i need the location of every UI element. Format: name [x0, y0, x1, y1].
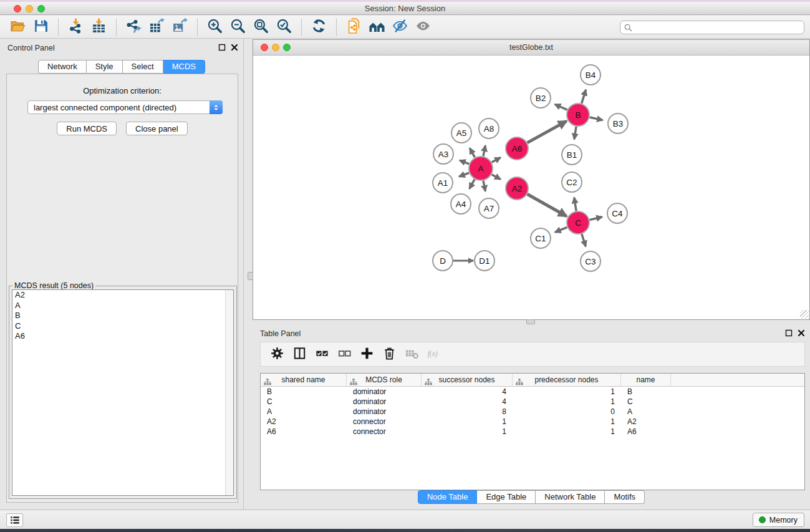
- export-network-button[interactable]: [122, 17, 145, 37]
- tab-edge-table[interactable]: Edge Table: [477, 490, 536, 504]
- table-cell[interactable]: C: [261, 397, 347, 407]
- graph-node-C1[interactable]: C1: [531, 228, 551, 248]
- table-cell[interactable]: 8: [422, 407, 513, 417]
- tab-style[interactable]: Style: [87, 60, 123, 74]
- open-session-button[interactable]: [6, 17, 29, 37]
- graph-edge-C-C1[interactable]: [555, 227, 567, 232]
- graph-edge-A-A3[interactable]: [460, 160, 469, 164]
- memory-button[interactable]: Memory: [753, 513, 804, 527]
- close-table-panel-icon[interactable]: [798, 329, 805, 337]
- column-header-successor-nodes[interactable]: successor nodes: [422, 374, 513, 387]
- graph-node-A[interactable]: A: [469, 157, 493, 180]
- tab-network-table[interactable]: Network Table: [536, 490, 605, 504]
- graph-node-B4[interactable]: B4: [581, 65, 600, 85]
- network-canvas[interactable]: B4B2BB3A8A5A6A3B1AC2A1A2A4A7C4CC1C3DD1: [253, 56, 809, 319]
- graph-edge-B-B2[interactable]: [555, 104, 567, 110]
- graph-edge-A-A4[interactable]: [470, 179, 475, 188]
- column-header-MCDS-role[interactable]: MCDS role: [347, 374, 422, 387]
- import-network-button[interactable]: [64, 17, 87, 37]
- tab-network[interactable]: Network: [38, 60, 87, 74]
- graph-node-C[interactable]: C: [567, 211, 589, 234]
- table-cell[interactable]: A: [621, 407, 671, 417]
- table-cell[interactable]: dominator: [347, 387, 422, 397]
- table-cell[interactable]: 1: [422, 427, 513, 437]
- table-cell[interactable]: 1: [513, 427, 621, 437]
- tab-motifs[interactable]: Motifs: [605, 490, 645, 504]
- table-row[interactable]: A6connector11A6: [261, 427, 804, 437]
- task-history-button[interactable]: [6, 513, 23, 527]
- create-column-button[interactable]: [355, 344, 378, 364]
- zoom-selected-button[interactable]: [272, 17, 296, 37]
- graph-edge-A2-C[interactable]: [528, 194, 567, 216]
- float-panel-icon[interactable]: [218, 44, 226, 51]
- mcds-result-item[interactable]: A: [12, 301, 233, 311]
- table-options-button[interactable]: [266, 344, 288, 364]
- mcds-result-item[interactable]: C: [12, 321, 233, 332]
- table-cell[interactable]: 1: [513, 387, 621, 397]
- column-header-name[interactable]: name: [621, 374, 671, 387]
- apply-preferred-layout-button[interactable]: [307, 17, 330, 37]
- tab-select[interactable]: Select: [123, 60, 163, 74]
- table-cell[interactable]: A2: [261, 417, 347, 427]
- table-cell[interactable]: B: [621, 387, 671, 397]
- table-cell[interactable]: connector: [347, 417, 422, 427]
- table-row[interactable]: A2connector11A2: [261, 417, 804, 427]
- table-row[interactable]: Adominator80A: [261, 407, 804, 417]
- horizontal-splitter-grip[interactable]: [526, 319, 535, 324]
- table-row[interactable]: Bdominator41B: [261, 387, 804, 397]
- save-session-button[interactable]: [29, 17, 52, 37]
- graph-node-A3[interactable]: A3: [433, 144, 453, 164]
- graph-edge-C-C4[interactable]: [589, 217, 602, 220]
- graph-edge-A6-B[interactable]: [528, 121, 567, 143]
- graph-node-D1[interactable]: D1: [475, 251, 494, 271]
- graph-node-B3[interactable]: B3: [608, 114, 628, 133]
- graph-edge-B-B3[interactable]: [590, 117, 603, 120]
- table-cell[interactable]: connector: [347, 427, 422, 437]
- graph-node-B[interactable]: B: [567, 104, 589, 126]
- result-list-scrollbar[interactable]: [225, 290, 233, 495]
- table-cell[interactable]: 1: [513, 417, 621, 427]
- deselect-all-rows-button[interactable]: [333, 344, 355, 364]
- mcds-result-item[interactable]: B: [12, 311, 233, 321]
- graph-node-B1[interactable]: B1: [562, 145, 582, 165]
- graph-node-C2[interactable]: C2: [562, 172, 582, 192]
- vertical-splitter-grip[interactable]: [248, 272, 253, 280]
- mcds-result-item[interactable]: A6: [12, 331, 233, 342]
- tab-node-table[interactable]: Node Table: [418, 490, 478, 504]
- graph-edge-A-A7[interactable]: [483, 181, 485, 191]
- graph-node-B2[interactable]: B2: [531, 88, 551, 108]
- graph-node-A8[interactable]: A8: [479, 118, 499, 138]
- search-field[interactable]: [620, 21, 804, 34]
- table-cell[interactable]: 1: [422, 417, 513, 427]
- table-cell[interactable]: dominator: [347, 397, 422, 407]
- tab-mcds[interactable]: MCDS: [163, 60, 205, 74]
- graph-node-A5[interactable]: A5: [451, 123, 471, 143]
- table-cell[interactable]: 4: [422, 397, 513, 407]
- graph-node-C4[interactable]: C4: [607, 203, 627, 223]
- column-header-shared-name[interactable]: shared name: [261, 374, 347, 387]
- graph-node-D[interactable]: D: [433, 251, 453, 271]
- run-mcds-button[interactable]: Run MCDS: [57, 122, 117, 135]
- close-panel-button[interactable]: Close panel: [126, 122, 188, 135]
- table-cell[interactable]: A2: [621, 417, 671, 427]
- import-table-button[interactable]: [87, 17, 110, 37]
- graph-edge-A-A5[interactable]: [470, 148, 475, 158]
- graph-edge-A-A1[interactable]: [459, 173, 469, 177]
- float-table-panel-icon[interactable]: [785, 329, 793, 337]
- graph-node-A6[interactable]: A6: [506, 137, 528, 160]
- zoom-in-button[interactable]: [203, 17, 226, 37]
- graph-node-A7[interactable]: A7: [479, 198, 499, 218]
- graph-edge-A-A2[interactable]: [492, 175, 501, 180]
- graph-edge-C-C2[interactable]: [574, 198, 576, 211]
- graph-edge-B-B4[interactable]: [582, 90, 586, 104]
- zoom-out-button[interactable]: [226, 17, 249, 37]
- table-cell[interactable]: C: [621, 397, 671, 407]
- table-cell[interactable]: 0: [513, 407, 621, 417]
- show-graphics-details-button[interactable]: [412, 17, 435, 37]
- zoom-fit-content-button[interactable]: [249, 17, 272, 37]
- select-all-rows-button[interactable]: [311, 344, 333, 364]
- graph-edge-C-C3[interactable]: [582, 234, 586, 246]
- table-cell[interactable]: A6: [261, 427, 347, 437]
- table-cell[interactable]: 1: [513, 397, 621, 407]
- graph-edge-A-A8[interactable]: [483, 145, 485, 156]
